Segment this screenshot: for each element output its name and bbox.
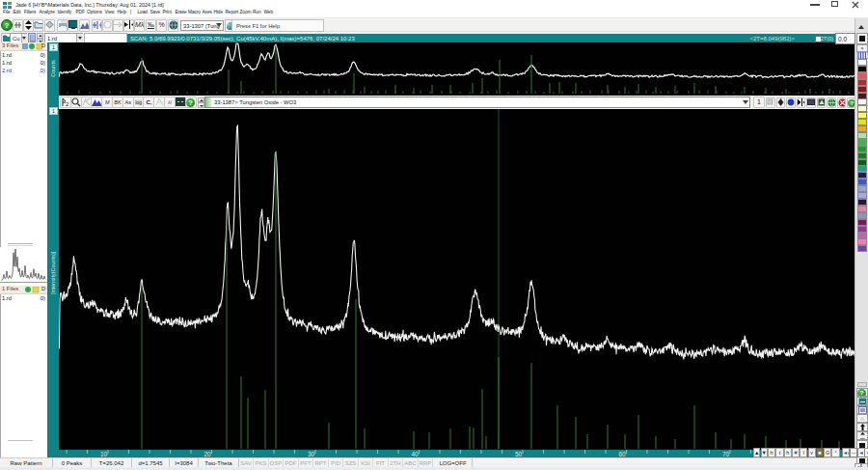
svg-text:2: 2 [66,101,69,107]
